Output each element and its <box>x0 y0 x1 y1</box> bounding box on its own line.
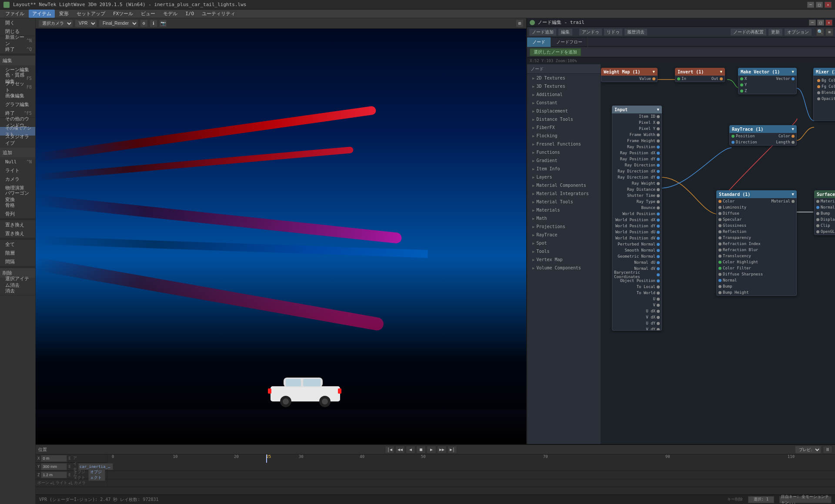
menu-model[interactable]: モデル <box>160 10 181 18</box>
surface-node[interactable]: Surface ▼ Material Normal Bump Displacem… <box>814 190 835 235</box>
ne-item-fiberfx[interactable]: ▶FiberFX <box>527 123 601 132</box>
standard-node[interactable]: Standard (1) ▼ Color Material Luminosity <box>716 190 797 296</box>
ne-clear-history-btn[interactable]: 履歴消去 <box>624 28 648 36</box>
add-selected-node-btn[interactable]: 選択したノードを追加 <box>530 48 581 56</box>
prev-frame-btn[interactable]: ◀◀ <box>395 446 405 454</box>
vp-fullscreen-icon[interactable]: ⊞ <box>516 20 524 27</box>
play-btn[interactable]: ▶ <box>427 446 436 454</box>
ne-redo-btn[interactable]: リドゥ <box>604 28 623 36</box>
output-select[interactable]: Final_Render <box>99 20 138 27</box>
select-all-item[interactable]: 全て <box>0 240 35 249</box>
replace1-item[interactable]: 置き換え <box>0 220 35 229</box>
ne-add-node-btn[interactable]: ノード追加 <box>529 28 557 36</box>
replace2-item[interactable]: 置き換え <box>0 229 35 238</box>
vp-snapshot-icon[interactable]: 📷 <box>159 20 167 27</box>
new-scene-item[interactable]: 新規シーン^N <box>0 36 35 45</box>
minimize-button[interactable]: ─ <box>807 2 814 8</box>
menu-transform[interactable]: 変形 <box>56 10 72 18</box>
menu-utility[interactable]: ユーティリティ <box>198 10 239 18</box>
light-item[interactable]: ライト <box>0 166 35 175</box>
go-end-btn[interactable]: ▶| <box>448 446 457 454</box>
image-edit-item[interactable]: 画像編集 <box>0 91 35 100</box>
delete-selected-item[interactable]: 選択アイテム消去 <box>0 278 35 286</box>
studio-live-item[interactable]: スタジオライブ <box>0 136 35 144</box>
menu-view[interactable]: ビュー <box>137 10 159 18</box>
mixer-node[interactable]: Mixer (1) ▼ Bg Color Fg Color Blending <box>813 68 835 121</box>
ne-minimize[interactable]: ─ <box>809 20 816 26</box>
svg-rect-9 <box>268 388 271 394</box>
ne-item-functions[interactable]: ▶Functions <box>527 148 601 156</box>
camera-select[interactable]: 選択カメラ <box>38 20 73 27</box>
close-button[interactable]: ✕ <box>825 2 832 8</box>
bonerow-item[interactable]: 骨列 <box>0 209 35 218</box>
ne-undo-btn[interactable]: アンドゥ <box>579 28 602 36</box>
add-header[interactable]: 追加 <box>0 148 35 157</box>
edit-header[interactable]: 編集 <box>0 56 35 65</box>
ne-maximize[interactable]: □ <box>817 20 824 26</box>
menu-fx[interactable]: FXツール <box>110 10 137 18</box>
polygon-item[interactable]: パワーゴン変換 <box>0 192 35 201</box>
ne-more-icon[interactable]: ≡ <box>825 28 833 36</box>
ne-item-raytrace[interactable]: ▶RayTrace <box>527 231 601 239</box>
ne-close[interactable]: ✕ <box>825 20 832 26</box>
graph-edit-item[interactable]: グラフ編集 <box>0 100 35 109</box>
ne-item-tools[interactable]: ▶Tools <box>527 247 601 255</box>
ne-item-displacement[interactable]: ▶Displacement <box>527 107 601 115</box>
maximize-button[interactable]: □ <box>816 2 823 8</box>
ne-rearrange-btn[interactable]: ノードの再配置 <box>730 28 767 36</box>
ne-tab-node[interactable]: ノード <box>527 37 551 47</box>
ne-item-item-info[interactable]: ▶Item Info <box>527 165 601 173</box>
ne-item-layers[interactable]: ▶Layers <box>527 173 601 181</box>
ne-search-icon[interactable]: 🔍 <box>816 28 824 36</box>
frame-field[interactable]: 選択: 1 <box>748 496 774 503</box>
stop-btn[interactable]: ■ <box>416 446 426 454</box>
ne-item-math[interactable]: ▶Math <box>527 214 601 222</box>
ne-item-materials[interactable]: ▶Materials <box>527 206 601 214</box>
ne-item-vertex-map[interactable]: ▶Vertex Map <box>527 255 601 264</box>
open-item[interactable]: 開く <box>0 18 35 27</box>
ne-options-btn[interactable]: オプション <box>784 28 812 36</box>
pos-z-input[interactable] <box>41 471 67 478</box>
make-vector-node[interactable]: Make Vector (1) ▼ X Vector <box>738 68 797 94</box>
next-frame-btn[interactable]: ▶▶ <box>437 446 447 454</box>
invert-node[interactable]: Invert (1) ▼ In Out <box>675 68 725 82</box>
ne-item-2dtex[interactable]: ▶2D Textures <box>527 74 601 82</box>
pause-btn[interactable]: ⏸ <box>823 446 832 454</box>
play-back-btn[interactable]: ◀ <box>406 446 415 454</box>
ne-item-additional[interactable]: ▶Additional <box>527 90 601 99</box>
ne-item-mat-comp[interactable]: ▶Material Components <box>527 181 601 189</box>
ne-item-mat-tools[interactable]: ▶Material Tools <box>527 198 601 206</box>
menu-item[interactable]: アイテム <box>29 10 55 18</box>
ne-item-gradient[interactable]: ▶Gradient <box>527 156 601 165</box>
ne-item-constant[interactable]: ▶Constant <box>527 99 601 107</box>
null-item[interactable]: Null^N <box>0 157 35 166</box>
ne-item-3dtex[interactable]: ▶3D Textures <box>527 82 601 90</box>
menu-io[interactable]: I/O <box>182 10 197 17</box>
preview-select[interactable]: プレビュー <box>795 446 821 454</box>
ne-item-flocking[interactable]: ▶Flocking <box>527 132 601 140</box>
menu-setup[interactable]: セットアップ <box>73 10 109 18</box>
window-controls[interactable]: ─ □ ✕ <box>807 2 832 8</box>
ne-update-btn[interactable]: 更新 <box>768 28 783 36</box>
input-node[interactable]: Input ▼ Item ID Pixel X Pixel Y Frame Wi… <box>612 106 662 331</box>
select-interval-item[interactable]: 間隔 <box>0 257 35 266</box>
preset-item[interactable]: プリセットF8 <box>0 83 35 91</box>
vp-info-icon[interactable]: ℹ <box>150 20 157 27</box>
ne-item-distance-tools[interactable]: ▶Distance Tools <box>527 115 601 123</box>
go-start-btn[interactable]: |◀ <box>385 446 394 454</box>
ne-item-mat-int[interactable]: ▶Material Integrators <box>527 189 601 198</box>
weight-map-node[interactable]: Weight Map (1) ▼ Value <box>601 68 658 82</box>
ne-edit-btn[interactable]: 編集 <box>558 28 573 36</box>
ne-item-fresnel[interactable]: ▶Fresnel Functions <box>527 140 601 148</box>
ne-item-spot[interactable]: ▶Spot <box>527 239 601 247</box>
select-hierarchy-item[interactable]: 階層 <box>0 249 35 257</box>
camera-item[interactable]: カメラ <box>0 175 35 183</box>
menu-file[interactable]: ファイル <box>2 10 28 18</box>
motion-field[interactable]: 目自キー: 全モーションチャン... <box>779 496 832 503</box>
ne-item-projections[interactable]: ▶Projections <box>527 222 601 231</box>
vp-settings-icon[interactable]: ⚙ <box>140 20 148 27</box>
ne-tab-flow[interactable]: ノードフロー <box>551 37 588 47</box>
ne-item-vol-comp[interactable]: ▶Volume Components <box>527 264 601 272</box>
render-select[interactable]: VPR <box>75 20 97 27</box>
raytrace-node[interactable]: RayTrace (1) ▼ Position Color <box>729 125 797 146</box>
